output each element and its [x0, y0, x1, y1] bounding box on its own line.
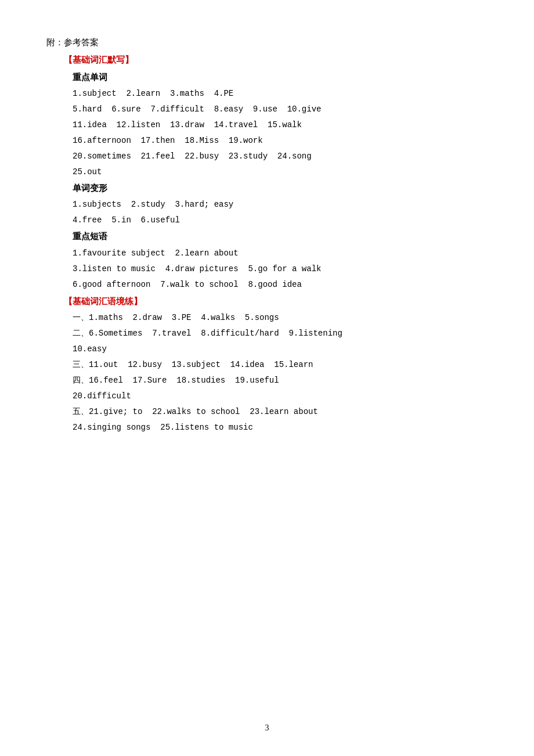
subsection-morph-label: 单词变形 — [73, 183, 107, 193]
context-line-5: 四、16.feel 17.Sure 18.studies 19.useful — [73, 373, 488, 388]
morph-line-2: 4.free 5.in 6.useful — [73, 213, 488, 228]
keyword-line-1: 1.subject 2.learn 3.maths 4.PE — [73, 87, 488, 102]
keyword-line-5: 20.sometimes 21.feel 22.busy 23.study 24… — [73, 149, 488, 164]
context-line-6: 20.difficult — [73, 389, 488, 404]
subsection-keyword-label: 重点单词 — [73, 73, 107, 82]
subsection-phrase-label: 重点短语 — [73, 232, 107, 241]
phrase-line-3: 6.good afternoon 7.walk to school 8.good… — [73, 278, 488, 293]
subsection-keyword: 重点单词 — [73, 70, 488, 86]
context-line-2: 二、6.Sometimes 7.travel 8.difficult/hard … — [73, 326, 488, 341]
subsection-phrase: 重点短语 — [73, 229, 488, 245]
phrase-line-2: 3.listen to music 4.draw pictures 5.go f… — [73, 262, 488, 277]
morph-line-1: 1.subjects 2.study 3.hard; easy — [73, 197, 488, 213]
keyword-line-2: 5.hard 6.sure 7.difficult 8.easy 9.use 1… — [73, 102, 488, 117]
context-lines: 一、1.maths 2.draw 3.PE 4.walks 5.songs 二、… — [73, 311, 488, 435]
context-line-4: 三、11.out 12.busy 13.subject 14.idea 15.l… — [73, 358, 488, 373]
context-line-8: 24.singing songs 25.listens to music — [73, 420, 488, 435]
subsection-morph: 单词变形 — [73, 181, 488, 197]
context-line-7: 五、21.give; to 22.walks to school 23.lear… — [73, 405, 488, 420]
keyword-lines: 1.subject 2.learn 3.maths 4.PE 5.hard 6.… — [73, 87, 488, 179]
section1-header: 【基础词汇默写】 — [64, 52, 488, 69]
keyword-line-6: 25.out — [73, 165, 488, 180]
section2-header: 【基础词汇语境练】 — [64, 294, 488, 310]
page-header: 附：参考答案 — [46, 35, 488, 51]
morph-lines: 1.subjects 2.study 3.hard; easy 4.free 5… — [73, 197, 488, 228]
header-text: 附：参考答案 — [46, 38, 99, 47]
context-line-3: 10.easy — [73, 342, 488, 357]
phrase-lines: 1.favourite subject 2.learn about 3.list… — [73, 246, 488, 293]
keyword-line-3: 11.idea 12.listen 13.draw 14.travel 15.w… — [73, 118, 488, 133]
phrase-line-1: 1.favourite subject 2.learn about — [73, 246, 488, 261]
context-line-1: 一、1.maths 2.draw 3.PE 4.walks 5.songs — [73, 311, 488, 326]
page-number: 3 — [265, 723, 269, 733]
section1-header-text: 【基础词汇默写】 — [64, 55, 134, 64]
section2-header-text: 【基础词汇语境练】 — [64, 297, 142, 306]
keyword-line-4: 16.afternoon 17.then 18.Miss 19.work — [73, 134, 488, 149]
page-content: 附：参考答案 【基础词汇默写】 重点单词 1.subject 2.learn 3… — [0, 0, 534, 482]
